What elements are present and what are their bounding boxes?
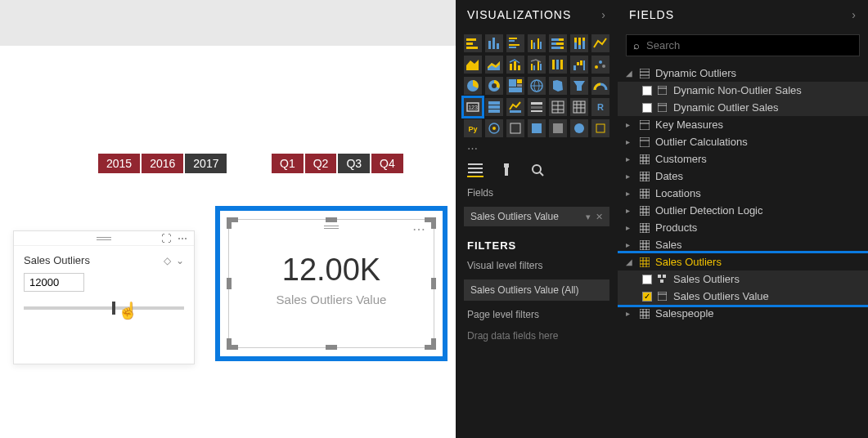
filled-map-icon[interactable] (549, 77, 567, 95)
pie-chart-icon[interactable] (464, 77, 482, 95)
svg-rect-34 (537, 61, 539, 70)
treemap-icon[interactable] (506, 77, 524, 95)
focus-mode-icon[interactable]: ⛶ (161, 233, 173, 243)
svg-point-48 (492, 83, 497, 88)
gauge-icon[interactable] (591, 77, 609, 95)
import-visual-icon[interactable]: ⋯ (456, 142, 618, 154)
format-tab[interactable] (498, 163, 515, 177)
table-locations[interactable]: ▸ Locations (618, 185, 868, 202)
year-btn-2017[interactable]: 2017 (185, 154, 227, 173)
measure-icon (658, 86, 668, 96)
chevron-right-icon[interactable]: › (601, 8, 606, 21)
multi-row-card-icon[interactable] (485, 98, 503, 116)
table-products[interactable]: ▸ Products (618, 219, 868, 236)
table-outlier-calculations[interactable]: ▸ Outlier Calculations (618, 133, 868, 150)
map-icon[interactable] (528, 77, 546, 95)
py-visual-icon[interactable]: Py (464, 119, 482, 137)
chevron-right-icon[interactable]: › (852, 8, 857, 21)
search-input[interactable] (646, 39, 852, 51)
slicer-slider[interactable] (24, 306, 184, 310)
custom-visual-2-icon[interactable] (528, 119, 546, 137)
checkbox[interactable] (642, 103, 652, 113)
more-options-icon[interactable]: ⋯ (412, 221, 427, 237)
line-clustered-icon[interactable] (528, 56, 546, 74)
checkbox-checked[interactable]: ✓ (642, 292, 652, 302)
field-label: Dynamic Non-Outlier Sales (673, 84, 802, 96)
svg-rect-137 (658, 275, 661, 278)
chevron-down-icon[interactable]: ▾ (586, 212, 591, 222)
table-dates[interactable]: ▸ Dates (618, 168, 868, 185)
waterfall-icon[interactable] (570, 56, 588, 74)
year-btn-2015[interactable]: 2015 (98, 154, 140, 173)
slicer-visual[interactable]: ⛶ ⋯ Sales Outliers ◇ ⌄ (13, 230, 195, 364)
table-dynamic-outliers[interactable]: ◢ Dynamic Outliers (618, 65, 868, 82)
table-salespeople[interactable]: ▸ Salespeople (618, 305, 868, 322)
ribbon-chart-icon[interactable] (549, 56, 567, 74)
table-outlier-detection-logic[interactable]: ▸ Outlier Detection Logic (618, 202, 868, 219)
grip-icon[interactable] (97, 237, 111, 240)
field-dynamic-outlier-sales[interactable]: Dynamic Outlier Sales (618, 99, 868, 116)
svg-rect-6 (509, 38, 517, 39)
field-well-item[interactable]: Sales Outliers Value ▾✕ (464, 207, 609, 226)
analytics-tab[interactable] (529, 163, 546, 177)
line-stacked-icon[interactable] (506, 56, 524, 74)
search-icon: ⌕ (633, 39, 640, 51)
stacked-area-icon[interactable] (485, 56, 503, 74)
arcgis-icon[interactable] (485, 119, 503, 137)
table-label: Products (655, 221, 697, 234)
slider-thumb[interactable] (112, 302, 115, 315)
custom-visual-5-icon[interactable] (591, 119, 609, 137)
card-visual-icon[interactable]: 123 (464, 98, 482, 116)
scatter-icon[interactable] (591, 56, 609, 74)
grip-icon[interactable] (324, 226, 339, 229)
donut-chart-icon[interactable] (485, 77, 503, 95)
table-icon[interactable] (549, 98, 567, 116)
chevron-down-icon[interactable]: ⌄ (176, 255, 184, 266)
more-options-icon[interactable]: ⋯ (178, 233, 189, 243)
filter-item[interactable]: Sales Outliers Value (All) (464, 279, 609, 301)
r-visual-icon[interactable]: R (591, 98, 609, 116)
report-canvas[interactable]: 2015 2016 2017 Q1 Q2 Q3 Q4 ⛶ ⋯ Sales Out… (0, 0, 456, 438)
field-sales-outliers[interactable]: Sales Outliers (618, 270, 868, 288)
hundred-bar-icon[interactable] (549, 34, 567, 52)
matrix-icon[interactable] (570, 98, 588, 116)
field-sales-outliers-value[interactable]: ✓ Sales Outliers Value (618, 288, 868, 305)
custom-visual-4-icon[interactable] (570, 119, 588, 137)
checkbox[interactable] (642, 86, 652, 96)
card-visual[interactable]: ⋯ 12.00K Sales Outliers Value (228, 219, 434, 348)
slicer-icon[interactable] (528, 98, 546, 116)
table-sales[interactable]: ▸ Sales (618, 236, 868, 253)
hundred-column-icon[interactable] (570, 34, 588, 52)
custom-visual-1-icon[interactable] (506, 119, 524, 137)
measure-icon (658, 292, 668, 302)
table-sales-outliers[interactable]: ◢ Sales Outliers (618, 253, 868, 270)
clustered-column-icon[interactable] (528, 34, 546, 52)
stacked-column-icon[interactable] (485, 34, 503, 52)
svg-rect-132 (640, 257, 650, 267)
q-btn-q2[interactable]: Q2 (305, 154, 337, 173)
clustered-bar-icon[interactable] (506, 34, 524, 52)
checkbox[interactable] (642, 275, 652, 284)
field-label: Dynamic Outlier Sales (673, 101, 779, 114)
svg-rect-33 (533, 65, 535, 70)
q-btn-q3[interactable]: Q3 (338, 154, 370, 173)
q-btn-q1[interactable]: Q1 (272, 154, 304, 173)
slicer-value-input[interactable] (24, 273, 84, 292)
field-dynamic-non-outlier-sales[interactable]: Dynamic Non-Outlier Sales (618, 82, 868, 99)
kpi-icon[interactable] (506, 98, 524, 116)
fields-search[interactable]: ⌕ (626, 34, 860, 56)
stacked-bar-icon[interactable] (464, 34, 482, 52)
eraser-icon[interactable]: ◇ (164, 255, 171, 266)
q-btn-q4[interactable]: Q4 (371, 154, 403, 173)
visual-filters-label: Visual level filters (456, 255, 618, 276)
fields-tab[interactable] (467, 163, 483, 177)
line-chart-icon[interactable] (591, 34, 609, 52)
remove-icon[interactable]: ✕ (596, 212, 603, 222)
area-chart-icon[interactable] (464, 56, 482, 74)
funnel-icon[interactable] (570, 77, 588, 95)
table-customers[interactable]: ▸ Customers (618, 150, 868, 168)
year-btn-2016[interactable]: 2016 (142, 154, 183, 173)
table-grid-icon (639, 154, 650, 165)
table-key-measures[interactable]: ▸ Key Measures (618, 116, 868, 133)
custom-visual-3-icon[interactable] (549, 119, 567, 137)
